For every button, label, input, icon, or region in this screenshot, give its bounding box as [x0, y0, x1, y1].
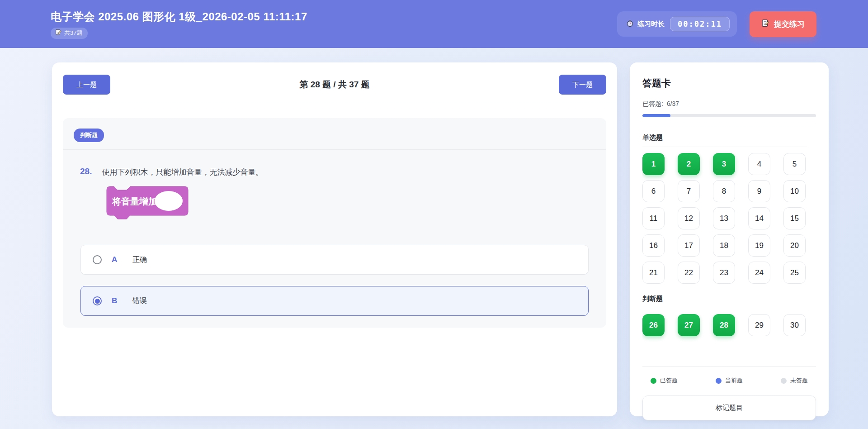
question-number-button-13[interactable]: 13 [713, 207, 735, 229]
question-number-button-19[interactable]: 19 [748, 234, 770, 257]
question-number-button-25[interactable]: 25 [783, 262, 806, 284]
question-counter: 第 28 题 / 共 37 题 [299, 79, 369, 91]
question-text: 使用下列积木，只能增加音量，无法减少音量。 [102, 167, 263, 177]
total-questions-badge: 共37题 [51, 28, 88, 39]
timer-label: 练习时长 [626, 19, 665, 29]
question-number-button-6[interactable]: 6 [642, 180, 665, 202]
legend-dot-icon [716, 378, 722, 384]
block-label-text: 将音量增加 [112, 196, 157, 206]
question-number-button-29[interactable]: 29 [748, 314, 770, 336]
true-false-number-grid: 2627282930 [642, 314, 807, 336]
legend-dot-icon [651, 378, 656, 384]
status-legend: 已答题当前题未答题 [642, 377, 816, 385]
question-number-button-24[interactable]: 24 [748, 262, 770, 284]
option-a-letter: A [112, 255, 119, 264]
submit-practice-button[interactable]: 提交练习 [750, 11, 816, 37]
practice-timer: 练习时长 00:02:11 [617, 11, 737, 37]
question-number-button-28[interactable]: 28 [713, 314, 735, 336]
answered-value: 6/37 [667, 100, 679, 108]
question-number-button-20[interactable]: 20 [783, 234, 806, 257]
timer-value: 00:02:11 [670, 17, 730, 31]
question-number: 28. [80, 167, 92, 176]
question-number-button-16[interactable]: 16 [642, 234, 665, 257]
mark-question-button[interactable]: 标记题目 [642, 396, 816, 420]
scratch-block-image: 将音量增加 [106, 186, 190, 222]
question-number-button-15[interactable]: 15 [783, 207, 806, 229]
progress-fill [642, 114, 670, 117]
question-number-button-5[interactable]: 5 [783, 153, 806, 175]
legend-label: 未答题 [790, 377, 808, 385]
divider [642, 147, 807, 147]
legend-label: 已答题 [660, 377, 678, 385]
question-number-button-11[interactable]: 11 [642, 207, 665, 229]
question-number-button-4[interactable]: 4 [748, 153, 770, 175]
question-number-button-21[interactable]: 21 [642, 262, 665, 284]
header-bar: 电子学会 2025.06 图形化 1级_2026-02-05 11:11:17 … [0, 0, 868, 48]
page-title: 电子学会 2025.06 图形化 1级_2026-02-05 11:11:17 [51, 10, 307, 24]
radio-unselected-icon[interactable] [93, 255, 102, 264]
question-card: 上一题 第 28 题 / 共 37 题 下一题 判断题 28. 使用下列积木，只… [52, 62, 617, 416]
question-number-button-27[interactable]: 27 [678, 314, 700, 336]
question-number-button-7[interactable]: 7 [678, 180, 700, 202]
question-number-button-8[interactable]: 8 [713, 180, 735, 202]
submit-practice-label: 提交练习 [774, 19, 805, 29]
section-label-true-false: 判断题 [642, 295, 816, 303]
divider [642, 366, 816, 367]
section-label-single-choice: 单选题 [642, 133, 816, 142]
stopwatch-icon [626, 19, 634, 29]
legend-item: 已答题 [651, 377, 678, 385]
answer-card-title: 答题卡 [642, 77, 816, 90]
question-number-button-1[interactable]: 1 [642, 153, 665, 175]
option-b-text: 错误 [132, 296, 147, 306]
single-choice-number-grid: 1234567891011121314151617181920212223242… [642, 153, 807, 284]
question-number-button-9[interactable]: 9 [748, 180, 770, 202]
question-number-button-3[interactable]: 3 [713, 153, 735, 175]
legend-item: 未答题 [781, 377, 808, 385]
panel-divider [63, 149, 606, 150]
previous-question-button[interactable]: 上一题 [63, 75, 110, 95]
question-number-button-18[interactable]: 18 [713, 234, 735, 257]
question-number-button-23[interactable]: 23 [713, 262, 735, 284]
nav-divider [52, 103, 617, 103]
memo-icon [761, 19, 769, 29]
memo-icon [55, 29, 61, 37]
legend-dot-icon [781, 378, 787, 384]
divider [642, 126, 816, 126]
question-number-button-30[interactable]: 30 [783, 314, 806, 336]
divider [642, 308, 807, 308]
answered-label: 已答题: [642, 100, 663, 108]
question-grid-scroll-area[interactable]: 单选题 123456789101112131415161718192021222… [642, 133, 816, 360]
question-number-button-12[interactable]: 12 [678, 207, 700, 229]
legend-item: 当前题 [716, 377, 743, 385]
question-number-button-17[interactable]: 17 [678, 234, 700, 257]
question-type-badge: 判断题 [74, 129, 104, 142]
progress-bar [642, 114, 816, 117]
radio-selected-icon[interactable] [93, 296, 102, 305]
option-a-row[interactable]: A 正确 [80, 245, 589, 275]
option-b-row[interactable]: B 错误 [80, 286, 589, 316]
option-a-text: 正确 [132, 255, 147, 265]
question-number-button-2[interactable]: 2 [678, 153, 700, 175]
total-questions-label: 共37题 [64, 29, 82, 37]
next-question-button[interactable]: 下一题 [559, 75, 606, 95]
question-panel: 判断题 28. 使用下列积木，只能增加音量，无法减少音量。 将音量增加 A 正确… [63, 118, 606, 328]
question-number-button-14[interactable]: 14 [748, 207, 770, 229]
true-false-section: 判断题 2627282930 [642, 295, 816, 336]
single-choice-section: 单选题 123456789101112131415161718192021222… [642, 133, 816, 284]
answer-card-panel: 答题卡 已答题: 6/37 单选题 1234567891011121314151… [630, 62, 829, 416]
question-number-button-26[interactable]: 26 [642, 314, 665, 336]
question-number-button-10[interactable]: 10 [783, 180, 806, 202]
question-number-button-22[interactable]: 22 [678, 262, 700, 284]
legend-label: 当前题 [725, 377, 743, 385]
option-b-letter: B [112, 296, 119, 305]
